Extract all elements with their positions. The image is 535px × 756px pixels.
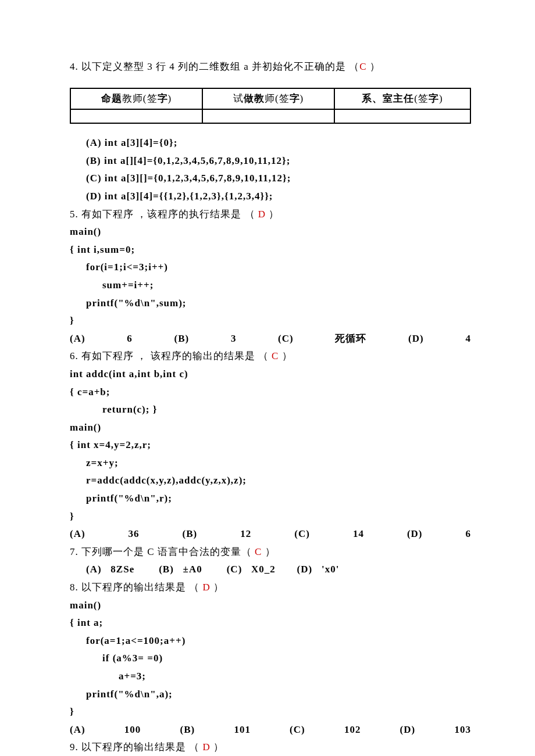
- q6-aB: (B): [183, 525, 198, 543]
- q6-aCv: 14: [353, 525, 364, 543]
- q4-opt-c: (C) int a[3][]={0,1,2,3,4,5,6,7,8,9,10,1…: [70, 170, 471, 188]
- t-h2a: 试: [233, 93, 244, 104]
- q9-text: 9. 以下程序的输出结果是 （: [70, 741, 203, 753]
- q4-opt-b: (B) int a[][4]={0,1,2,3,4,5,6,7,8,9,10,1…: [70, 152, 471, 170]
- q5-aD: (D): [408, 330, 424, 348]
- question-6: 6. 有如下程序 ， 该程序的输出的结果是 （ C ）: [70, 347, 471, 366]
- q5-code1: main(): [70, 223, 471, 241]
- q4-opt-d: (D) int a[3][4]={{1,2},{1,2,3},{1,2,3,4}…: [70, 188, 471, 206]
- q8-code3: for(a=1;a<=100;a++): [70, 632, 471, 650]
- q6-code3: return(c); }: [70, 401, 471, 419]
- q5-code5: printf("%d\n",sum);: [70, 295, 471, 313]
- q8-aD: (D): [400, 721, 416, 739]
- table-cell: [70, 109, 202, 123]
- q5-tail: ）: [266, 209, 279, 220]
- q5-text: 5. 有如下程序 ，该程序的执行结果是 （: [70, 209, 258, 220]
- q5-aBv: 3: [231, 330, 237, 348]
- q6-answers: (A) 36 (B) 12 (C) 14 (D) 6: [70, 525, 471, 543]
- q4-opt-a: (A) int a[3][4]={0};: [70, 134, 471, 152]
- q6-code5: { int x=4,y=2,z,r;: [70, 436, 471, 454]
- q6-tail: ）: [279, 350, 292, 361]
- q8-aDv: 103: [454, 721, 471, 739]
- table-cell: 试做教师(签字): [202, 88, 334, 110]
- q6-aC: (C): [294, 525, 310, 543]
- q4-text: 4. 以下定义整型 3 行 4 列的二维数组 a 并初始化不正确的是 （: [70, 61, 359, 72]
- q5-code6: }: [70, 312, 471, 330]
- q8-tail: ）: [211, 582, 224, 593]
- q6-code6: z=x+y;: [70, 454, 471, 472]
- t-h1d: 字: [158, 93, 168, 104]
- q6-aBv: 12: [240, 525, 251, 543]
- t-h1b: 教师: [122, 93, 143, 104]
- q9-answer: D: [203, 741, 211, 753]
- question-4: 4. 以下定义整型 3 行 4 列的二维数组 a 并初始化不正确的是 （C ）: [70, 58, 471, 76]
- q5-aB: (B): [174, 330, 190, 348]
- q6-code1: int addc(int a,int b,int c): [70, 366, 471, 384]
- t-h2c: 师(签: [265, 93, 290, 104]
- q8-code7: }: [70, 703, 471, 721]
- q6-answer: C: [272, 350, 279, 361]
- q8-text: 8. 以下程序的输出结果是 （: [70, 582, 203, 593]
- table-cell: [202, 109, 334, 123]
- table-empty-row: [70, 109, 470, 123]
- q8-code5: a+=3;: [70, 668, 471, 686]
- t-h2e: ): [300, 93, 304, 104]
- q6-code7: r=addc(addc(x,y,z),addc(y,z,x),z);: [70, 472, 471, 490]
- q4-tail: ）: [367, 61, 380, 72]
- q5-code2: { int i,sum=0;: [70, 241, 471, 259]
- q6-aA: (A): [70, 525, 85, 543]
- q5-aAv: 6: [127, 330, 133, 348]
- q8-aB: (B): [180, 721, 195, 739]
- q8-code1: main(): [70, 597, 471, 615]
- t-h1c: (签: [143, 93, 158, 104]
- q9-tail: ）: [211, 741, 224, 753]
- t-h1e: ): [168, 93, 172, 104]
- q8-aBv: 101: [234, 721, 251, 739]
- question-5: 5. 有如下程序 ，该程序的执行结果是 （ D ）: [70, 206, 471, 224]
- question-7: 7. 下列哪一个是 C 语言中合法的变量（ C ）: [70, 543, 471, 561]
- q7-opts: (A) 8ZSe (B) ±A0 (C) X0_2 (D) 'x0': [70, 561, 471, 579]
- q5-answer: D: [258, 209, 266, 220]
- q6-code8: printf("%d\n",r);: [70, 490, 471, 508]
- table-cell: 命题教师(签字): [70, 88, 202, 110]
- q6-code4: main(): [70, 419, 471, 437]
- t-h3d: ): [439, 93, 443, 104]
- t-h1a: 命题: [101, 93, 122, 104]
- q8-aC: (C): [290, 721, 305, 739]
- q5-aCv: 死循环: [335, 330, 366, 348]
- table: 命题教师(签字) 试做教师(签字) 系、室主任(签字): [70, 88, 471, 124]
- q7-tail: ）: [262, 546, 275, 557]
- t-h3b: (签: [414, 93, 429, 104]
- q8-code6: printf("%d\n",a);: [70, 686, 471, 704]
- q5-answers: (A) 6 (B) 3 (C) 死循环 (D) 4: [70, 330, 471, 348]
- signature-table: 命题教师(签字) 试做教师(签字) 系、室主任(签字): [70, 88, 471, 124]
- q5-aC: (C): [278, 330, 294, 348]
- question-9: 9. 以下程序的输出结果是 （ D ）: [70, 739, 471, 756]
- q8-code4: if (a%3= =0): [70, 650, 471, 668]
- t-h2b: 做教: [244, 93, 265, 104]
- t-h3a: 系、室主任: [362, 93, 414, 104]
- q6-aDv: 6: [466, 525, 472, 543]
- table-cell: [334, 109, 470, 123]
- table-cell: 系、室主任(签字): [334, 88, 470, 110]
- table-head-row: 命题教师(签字) 试做教师(签字) 系、室主任(签字): [70, 88, 470, 110]
- q6-text: 6. 有如下程序 ， 该程序的输出的结果是 （: [70, 350, 272, 361]
- q5-code3: for(i=1;i<=3;i++): [70, 259, 471, 277]
- q8-answer: D: [203, 582, 211, 593]
- q6-aD: (D): [407, 525, 423, 543]
- page-content: 4. 以下定义整型 3 行 4 列的二维数组 a 并初始化不正确的是 （C ） …: [0, 0, 535, 756]
- q8-code2: { int a;: [70, 614, 471, 632]
- q6-aAv: 36: [129, 525, 140, 543]
- q6-code2: { c=a+b;: [70, 384, 471, 402]
- q8-aA: (A): [70, 721, 85, 739]
- q7-text: 7. 下列哪一个是 C 语言中合法的变量（: [70, 546, 255, 557]
- q5-aDv: 4: [465, 330, 471, 348]
- q6-code9: }: [70, 508, 471, 526]
- q5-aA: (A): [70, 330, 85, 348]
- q4-answer: C: [359, 61, 366, 72]
- t-h3c: 字: [429, 93, 439, 104]
- q5-code4: sum+=i++;: [70, 277, 471, 295]
- t-h2d: 字: [290, 93, 300, 104]
- question-8: 8. 以下程序的输出结果是 （ D ）: [70, 579, 471, 597]
- q8-aCv: 102: [344, 721, 361, 739]
